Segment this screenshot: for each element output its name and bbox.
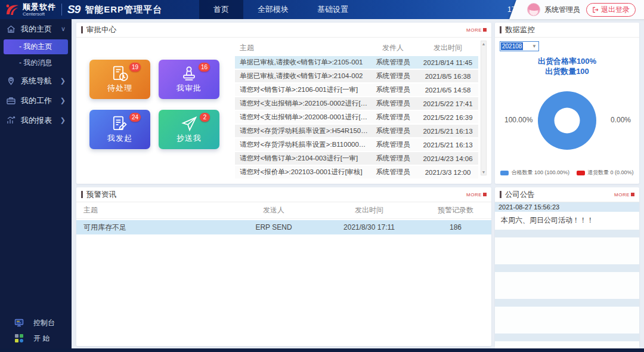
scroll-down-icon[interactable]: ▼ <box>482 170 486 174</box>
myhome-icon <box>6 24 16 34</box>
table-row[interactable]: 请您对<存货浮动耗损率设置>:H54R15006002进行[审核]系统管理员20… <box>235 125 478 137</box>
sidebar-item-myhome[interactable]: 我的主页∨ <box>0 19 72 39</box>
col-sender: 发送人 <box>229 205 318 215</box>
logout-icon <box>592 7 599 13</box>
logout-button[interactable]: 退出登录 <box>586 3 636 17</box>
cell-count: 186 <box>420 223 491 231</box>
company-logo-text: 顺景软件 Centersoft <box>23 3 56 17</box>
announcement-empty-slot <box>495 299 639 334</box>
approval-more-link[interactable]: MORE <box>466 27 487 33</box>
approval-center-header: 审批中心 MORE <box>76 23 491 38</box>
tab-home[interactable]: 首页 <box>199 0 243 19</box>
more-icon <box>483 193 487 196</box>
tile-pending[interactable]: 待处理19 <box>89 60 150 99</box>
announcement-content-empty <box>495 237 639 264</box>
alerts-table: 主题发送人发出时间预警记录数可用库存不足ERP SEND2021/8/30 17… <box>76 202 491 234</box>
bottom-strip <box>0 348 644 352</box>
approval-table: 主题发件人发出时间单据已审核,请接收<销售订单>:2105-001系统管理员20… <box>235 41 478 180</box>
legend-label: 合格数量 100 (100.00%) <box>511 169 569 177</box>
approve-icon <box>181 65 197 82</box>
announcement-empty-slot <box>495 264 639 299</box>
cell-subject: 请您对<报价单>:202103-0001进行[审核] <box>235 168 369 177</box>
console-label: 控制台 <box>33 318 55 328</box>
announcement-empty-slot <box>495 230 639 264</box>
table-row[interactable]: 请您对<销售订单>:2106-001进行[一审]系统管理员2021/6/5 14… <box>235 84 478 96</box>
chevron-right-icon: ❯ <box>60 77 66 85</box>
table-row[interactable]: 请您对<存货浮动耗损率设置>:B11000001进行[审核]系统管理员2021/… <box>235 138 478 151</box>
period-select[interactable]: 202108 ▼ <box>500 41 539 51</box>
sidebar-item-label: 系统导航 <box>21 76 52 87</box>
col-sender: 发件人 <box>369 43 417 53</box>
cell-subject: 请您对<支出报销单>:202105-0002进行[审核] <box>235 99 369 108</box>
count-badge: 2 <box>200 113 210 122</box>
chevron-right-icon: ❯ <box>60 116 66 124</box>
donut-hole <box>555 108 580 134</box>
cell-sender: 系统管理员 <box>369 140 417 149</box>
alerts-panel: 预警资讯 MORE 主题发送人发出时间预警记录数可用库存不足ERP SEND20… <box>76 187 491 346</box>
tile-cc[interactable]: 抄送我2 <box>159 110 219 149</box>
data-monitor-panel: 数据监控 202108 ▼ 出货合格率100% 出货数量100 100.00% … <box>495 23 639 184</box>
approval-table-scrollbar[interactable]: ▲▼ <box>481 41 487 175</box>
count-badge: 16 <box>199 63 210 72</box>
alert-row[interactable]: 可用库存不足ERP SEND2021/8/30 17:11186 <box>76 220 491 234</box>
period-select-value: 202108 <box>501 42 523 50</box>
cell-subject: 请您对<存货浮动耗损率设置>:H54R15006002进行[审核] <box>235 126 369 135</box>
announcement-date-empty <box>495 264 639 272</box>
table-row[interactable]: 请您对<销售订单>:2104-003进行[一审]系统管理员2021/4/23 1… <box>235 152 478 165</box>
cell-sender: 系统管理员 <box>369 113 417 122</box>
announcement-item[interactable]: 2021-08-27 15:56:23本周六、周日公司活动！！！ <box>495 202 639 230</box>
approval-table-header: 主题发件人发出时间 <box>235 41 478 55</box>
tile-initiated[interactable]: 我发起24 <box>89 110 150 149</box>
company-name-en: Centersoft <box>23 12 56 17</box>
tile-label: 待处理 <box>107 83 132 94</box>
product-title: 智能ERP管理平台 <box>85 4 162 16</box>
avatar[interactable] <box>527 3 540 16</box>
col-subject: 主题 <box>235 43 369 53</box>
cell-time: 2021/4/23 14:06 <box>417 155 478 162</box>
cell-time: 2021/5/22 16:39 <box>417 114 478 121</box>
approval-tiles: 待处理19我审批16我发起24抄送我2 <box>89 60 219 149</box>
table-row[interactable]: 请您对<支出报销单>:202105-0002进行[审核]系统管理员2021/5/… <box>235 97 478 110</box>
sidebar-item-myreport[interactable]: 我的报表❯ <box>0 110 72 130</box>
announcement-list: 2021-08-27 15:56:23本周六、周日公司活动！！！ <box>495 202 639 352</box>
monitor-summary: 出货合格率100% 出货数量100 <box>495 56 639 76</box>
alerts-more-link[interactable]: MORE <box>466 192 487 197</box>
legend-item: 退货数量 0 (0.00%) <box>577 169 634 177</box>
sidebar-item-sysnav[interactable]: 系统导航❯ <box>0 71 72 91</box>
user-area: 系统管理员 退出登录 <box>516 0 644 19</box>
erp-dashboard: 顺景软件 Centersoft S9 智能ERP管理平台 首页全部模块基础设置 … <box>0 0 644 352</box>
table-row[interactable]: 请您对<报价单>:202103-0001进行[审核]系统管理员2021/3/3 … <box>235 166 478 178</box>
legend-swatch <box>500 171 509 175</box>
announcements-more-link[interactable]: MORE <box>614 192 634 197</box>
scroll-up-icon[interactable]: ▲ <box>482 42 486 46</box>
table-row[interactable]: 单据已审核,请接收<销售订单>:2104-002系统管理员2021/8/5 16… <box>235 70 478 82</box>
table-row[interactable]: 请您对<支出报销单>:202008-0001进行[审核]系统管理员2021/5/… <box>235 111 478 123</box>
chart-legend: 合格数量 100 (100.00%)退货数量 0 (0.00%) <box>495 169 639 177</box>
cell-subject: 请您对<销售订单>:2104-003进行[一审] <box>235 154 369 163</box>
title-accent-bar <box>81 26 83 33</box>
sidebar-item-mywork[interactable]: 我的工作❯ <box>0 91 72 110</box>
sidebar-item-console[interactable]: 控制台 <box>0 315 72 331</box>
sidebar-subitem-我的消息[interactable]: - 我的消息 <box>0 55 72 71</box>
tab-modules[interactable]: 全部模块 <box>243 0 303 19</box>
cell-subject: 请您对<存货浮动耗损率设置>:B11000001进行[审核] <box>235 140 369 149</box>
table-row[interactable]: 单据已审核,请接收<销售订单>:2105-001系统管理员2021/8/14 1… <box>235 56 478 69</box>
start-label: 开 始 <box>33 334 49 344</box>
main-content: 审批中心 MORE 待处理19我审批16我发起24抄送我2 主题发件人发出时间单… <box>72 19 644 348</box>
chevron-down-icon: ▼ <box>532 44 537 49</box>
sidebar-item-start[interactable]: 开 始 <box>0 331 72 346</box>
sidebar: 我的主页∨- 我的主页- 我的消息系统导航❯我的工作❯我的报表❯ 控制台 开 始 <box>0 19 72 352</box>
cell-subject: 请您对<支出报销单>:202008-0001进行[审核] <box>235 113 369 122</box>
tile-label: 我审批 <box>177 83 202 94</box>
alerts-table-header: 主题发送人发出时间预警记录数 <box>76 202 491 219</box>
tab-settings[interactable]: 基础设置 <box>303 0 363 19</box>
donut-left-label: 100.00% <box>504 116 532 124</box>
approval-center-title: 审批中心 <box>86 25 116 35</box>
legend-swatch <box>577 171 585 175</box>
sidebar-item-label: 我的主页 <box>21 24 52 35</box>
cell-sender: 系统管理员 <box>369 126 417 135</box>
sidebar-subitem-我的主页[interactable]: - 我的主页 <box>4 39 68 54</box>
approval-center-panel: 审批中心 MORE 待处理19我审批16我发起24抄送我2 主题发件人发出时间单… <box>76 23 491 184</box>
sidebar-item-label: 我的工作 <box>21 95 52 106</box>
tile-approve[interactable]: 我审批16 <box>159 60 219 99</box>
